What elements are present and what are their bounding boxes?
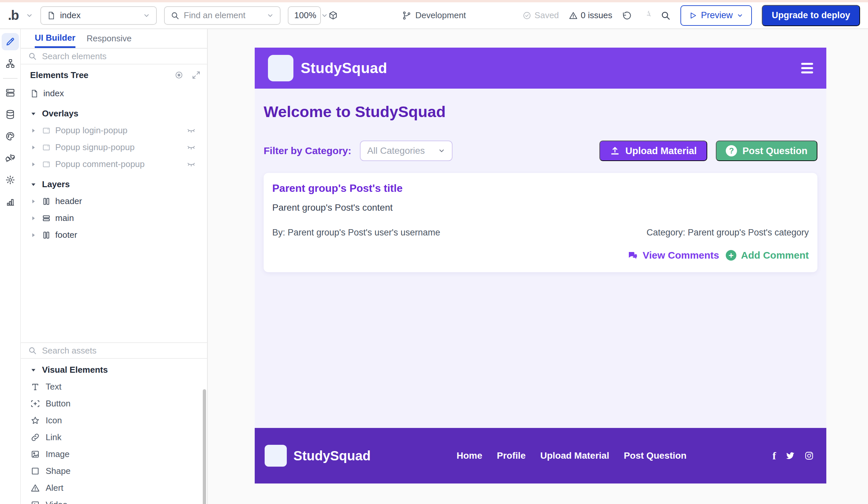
search-icon xyxy=(28,346,37,355)
caret-down-icon xyxy=(30,181,38,188)
redo-icon[interactable] xyxy=(641,11,651,20)
tree-section-layers[interactable]: Layers xyxy=(21,176,207,193)
tree-item-label: Popup signup-popup xyxy=(55,142,135,153)
search-assets-input[interactable] xyxy=(42,346,200,356)
tree-item-label: main xyxy=(55,213,74,223)
assets-section: Visual Elements Text Button Icon Link xyxy=(21,342,207,504)
page-selector[interactable]: index xyxy=(40,6,157,25)
footer-nav-home[interactable]: Home xyxy=(456,450,482,461)
footer-nav-post-question[interactable]: Post Question xyxy=(624,450,687,461)
page-selector-value: index xyxy=(60,10,81,21)
tree-item-main[interactable]: main xyxy=(21,210,207,227)
database-icon[interactable] xyxy=(2,106,19,123)
site-brand-name: StudySquad xyxy=(301,60,388,76)
asset-item-alert[interactable]: Alert xyxy=(21,480,207,496)
expand-panel-icon[interactable] xyxy=(192,71,200,80)
issues-indicator[interactable]: 0 issues xyxy=(569,10,612,21)
asset-item-icon[interactable]: Icon xyxy=(21,412,207,429)
instagram-icon[interactable] xyxy=(805,451,814,460)
hidden-eye-closed-icon[interactable] xyxy=(187,126,196,135)
footer-logo[interactable] xyxy=(265,445,287,466)
environment-indicator[interactable]: Development xyxy=(402,10,466,21)
upgrade-to-deploy-button[interactable]: Upgrade to deploy xyxy=(762,5,860,26)
footer-nav: Home Profile Upload Material Post Questi… xyxy=(371,450,772,461)
tree-section-overlays[interactable]: Overlays xyxy=(21,105,207,122)
footer-nav-upload-material[interactable]: Upload Material xyxy=(540,450,609,461)
analytics-chart-icon[interactable] xyxy=(2,193,19,210)
sitemap-icon[interactable] xyxy=(2,55,19,72)
find-element-placeholder: Find an element xyxy=(184,10,246,21)
search-icon xyxy=(171,11,179,20)
upload-material-button[interactable]: Upload Material xyxy=(599,140,707,161)
asset-item-shape[interactable]: Shape xyxy=(21,463,207,480)
post-question-button[interactable]: ? Post Question xyxy=(716,140,817,161)
check-circle-icon xyxy=(523,11,531,20)
tab-ui-builder[interactable]: UI Builder xyxy=(35,29,75,48)
tree-item-index[interactable]: index xyxy=(21,85,207,102)
panel-tabs: UI Builder Responsive xyxy=(21,29,207,49)
panel-scrollbar[interactable] xyxy=(203,389,206,504)
preview-page: StudySquad Welcome to StudySquad Filter … xyxy=(255,48,826,483)
tree-item-popup-comment[interactable]: Popup comment-popup xyxy=(21,156,207,172)
logo-chevron-down-icon[interactable] xyxy=(26,12,33,19)
saved-status: Saved xyxy=(523,10,559,21)
asset-item-label: Link xyxy=(46,432,62,442)
tree-item-popup-login[interactable]: Popup login-popup xyxy=(21,122,207,139)
tree-item-footer[interactable]: footer xyxy=(21,227,207,243)
zoom-selector[interactable]: 100% xyxy=(288,6,321,25)
asset-item-label: Alert xyxy=(46,483,63,493)
post-card: Parent group's Post's title Parent group… xyxy=(264,173,817,272)
caret-right-icon[interactable] xyxy=(30,232,38,239)
site-logo[interactable] xyxy=(268,55,293,81)
tree-item-popup-signup[interactable]: Popup signup-popup xyxy=(21,139,207,156)
columns-layout-icon xyxy=(42,197,51,206)
add-comment-link[interactable]: + Add Comment xyxy=(726,250,809,261)
asset-item-video[interactable]: Video xyxy=(21,496,207,504)
twitter-icon[interactable] xyxy=(785,451,795,461)
preview-button[interactable]: Preview xyxy=(680,5,752,26)
caret-right-icon[interactable] xyxy=(30,144,38,151)
asset-item-button[interactable]: Button xyxy=(21,395,207,412)
rows-layout-icon xyxy=(42,214,51,223)
top-accent-strip xyxy=(0,0,868,2)
view-comments-link[interactable]: View Comments xyxy=(628,250,719,261)
caret-right-icon[interactable] xyxy=(30,127,38,134)
filter-label: Filter by Category: xyxy=(264,145,351,156)
tree-item-label: footer xyxy=(55,230,78,240)
hidden-eye-closed-icon[interactable] xyxy=(187,160,196,169)
category-select[interactable]: All Categories xyxy=(360,140,453,161)
undo-icon[interactable] xyxy=(622,11,631,20)
caret-right-icon[interactable] xyxy=(30,215,38,222)
visibility-eye-icon[interactable] xyxy=(175,71,183,80)
asset-item-image[interactable]: Image xyxy=(21,446,207,463)
find-element-search[interactable]: Find an element xyxy=(164,6,280,25)
layers-panels-icon[interactable] xyxy=(2,84,19,101)
footer-nav-profile[interactable]: Profile xyxy=(497,450,526,461)
rail-divider xyxy=(3,78,18,79)
tree-item-header[interactable]: header xyxy=(21,193,207,210)
caret-right-icon[interactable] xyxy=(30,198,38,205)
asset-item-text[interactable]: Text xyxy=(21,378,207,395)
palette-icon[interactable] xyxy=(2,128,19,145)
image-icon xyxy=(31,450,40,459)
git-branch-icon xyxy=(402,11,411,20)
plug-integrations-icon[interactable] xyxy=(2,149,19,167)
hamburger-menu-icon[interactable] xyxy=(801,63,813,73)
components-box-icon[interactable] xyxy=(328,11,338,21)
asset-item-label: Text xyxy=(46,382,62,392)
assets-section-visual-elements[interactable]: Visual Elements xyxy=(21,361,207,378)
gear-settings-icon[interactable] xyxy=(2,171,19,189)
search-elements-input[interactable] xyxy=(42,51,200,62)
post-meta: By: Parent group's Post's user's usernam… xyxy=(272,228,809,238)
builder-logo[interactable]: b xyxy=(8,8,19,23)
tab-responsive[interactable]: Responsive xyxy=(87,29,132,48)
tree-item-label: Popup login-popup xyxy=(55,125,127,136)
site-footer: StudySquad Home Profile Upload Material … xyxy=(255,428,826,483)
hidden-eye-closed-icon[interactable] xyxy=(187,143,196,152)
asset-item-link[interactable]: Link xyxy=(21,429,207,446)
caret-right-icon[interactable] xyxy=(30,161,38,168)
assets-section-label: Visual Elements xyxy=(42,365,108,375)
facebook-icon[interactable]: f xyxy=(772,450,776,462)
edit-pencil-icon[interactable] xyxy=(2,33,19,50)
search-icon[interactable] xyxy=(661,11,671,21)
